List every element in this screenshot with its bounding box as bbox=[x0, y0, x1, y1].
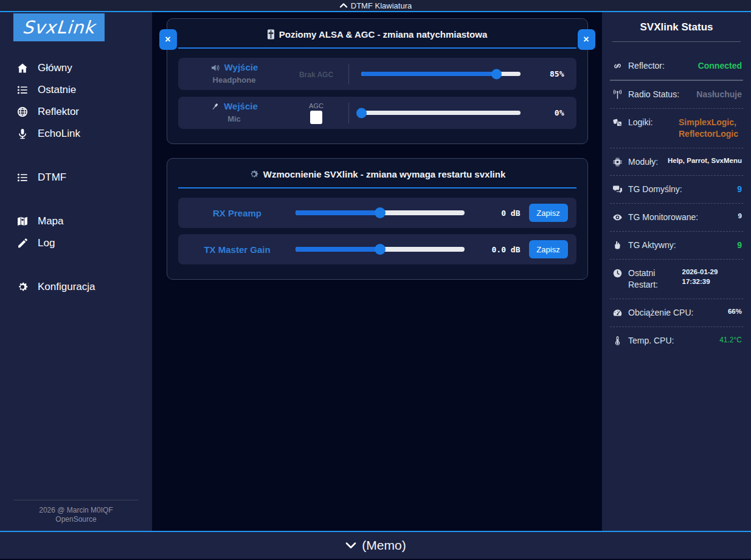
status-label: Ostatni Restart: bbox=[628, 268, 682, 291]
status-label: TG Domyślny: bbox=[628, 184, 682, 195]
sidebar-item-mapa[interactable]: Mapa bbox=[0, 210, 152, 232]
memo-drawer[interactable]: (Memo) bbox=[0, 531, 751, 559]
row-divider bbox=[348, 103, 349, 123]
sidebar-item-label: Główny bbox=[38, 62, 72, 74]
tx-master-gain-value: 0.0 dB bbox=[479, 245, 521, 254]
tx-master-gain-slider[interactable] bbox=[296, 247, 465, 252]
radio-status-value: Nasłuchuje bbox=[696, 89, 742, 100]
status-row-radio: Radio Status: Nasłuchuje bbox=[610, 81, 743, 109]
sidebar-item-label: Konfiguracja bbox=[38, 281, 95, 293]
sidebar-item-glowny[interactable]: Główny bbox=[0, 57, 152, 79]
close-button-left[interactable]: × bbox=[159, 29, 177, 50]
close-icon: × bbox=[165, 34, 170, 45]
status-row-moduly: Moduły: Help, Parrot, SvxMenu bbox=[610, 148, 743, 176]
tg-monitorowane-value: 9 bbox=[738, 212, 742, 221]
level-slider-icon bbox=[267, 29, 275, 40]
cpu-temp-value: 41.2°C bbox=[719, 335, 742, 345]
sidebar-item-konfiguracja[interactable]: Konfiguracja bbox=[0, 276, 152, 298]
output-level-row: Wyjście Headphone Brak AGC 85% bbox=[178, 58, 576, 90]
slider-thumb[interactable] bbox=[491, 69, 502, 79]
cpu-load-value: 66% bbox=[728, 307, 742, 317]
slider-thumb[interactable] bbox=[375, 207, 386, 218]
alsa-card-title-text: Poziomy ALSA & AGC - zmiana natychmiasto… bbox=[279, 29, 488, 40]
status-panel: SVXlink Status Reflector: Connected Radi… bbox=[602, 12, 751, 531]
output-label-wrap: Wyjście bbox=[210, 62, 258, 74]
input-label: Wejście bbox=[224, 101, 258, 112]
sidebar-item-label: Mapa bbox=[38, 215, 64, 227]
status-label: Logiki: bbox=[628, 117, 652, 128]
tg-aktywny-value: 9 bbox=[737, 240, 742, 251]
sidebar-item-echolink[interactable]: EchoLink bbox=[0, 123, 152, 145]
globe-icon bbox=[16, 106, 29, 118]
logo-text: SvxLink bbox=[22, 17, 96, 38]
dtmf-keyboard-drawer[interactable]: DTMF Klawiatura bbox=[0, 0, 751, 12]
input-label-wrap: Wejście bbox=[210, 101, 258, 112]
list-icon bbox=[16, 84, 29, 96]
rx-preamp-save-button[interactable]: Zapisz bbox=[529, 204, 568, 222]
sidebar-item-dtmf[interactable]: DTMF bbox=[0, 167, 152, 188]
list-icon bbox=[16, 171, 29, 184]
logiki-value: SimplexLogic, ReflectorLogic bbox=[679, 117, 742, 140]
dice-icon bbox=[612, 117, 623, 128]
tx-master-gain-row: TX Master Gain 0.0 dB Zapisz bbox=[178, 234, 576, 264]
footer-opensource: OpenSource bbox=[6, 515, 146, 524]
eye-icon bbox=[612, 212, 623, 223]
svxlink-logo[interactable]: SvxLink bbox=[13, 13, 105, 41]
tx-master-gain-label: TX Master Gain bbox=[184, 244, 291, 255]
status-label: Temp. CPU: bbox=[628, 335, 674, 347]
moduly-value: Help, Parrot, SvxMenu bbox=[668, 156, 742, 166]
status-panel-title: SVXlink Status bbox=[612, 12, 741, 42]
status-label: Obciążenie CPU: bbox=[628, 307, 693, 319]
rx-preamp-label: RX Preamp bbox=[184, 208, 291, 218]
status-row-restart: Ostatni Restart: 2026-01-29 17:32:39 bbox=[610, 260, 743, 299]
sidebar-item-ostatnie[interactable]: Ostatnie bbox=[0, 79, 152, 101]
input-volume-slider[interactable] bbox=[361, 111, 521, 115]
main-content: × × Poziomy ALSA & AGC - zmiana natychmi… bbox=[152, 12, 602, 531]
sidebar-item-reflektor[interactable]: Reflektor bbox=[0, 101, 152, 123]
input-level-row: Wejście Mic AGC 0% bbox=[178, 97, 576, 129]
svxlink-gain-card: Wzmocnienie SVXlink - zmiana wymaga rest… bbox=[167, 158, 588, 280]
microchip-icon bbox=[612, 157, 623, 167]
output-volume-slider[interactable] bbox=[361, 72, 521, 76]
slider-thumb[interactable] bbox=[356, 108, 367, 118]
left-sidebar: SvxLink Główny Ostatnie Reflektor EchoLi… bbox=[0, 12, 152, 531]
status-label: Reflector: bbox=[628, 60, 665, 72]
close-icon: × bbox=[583, 34, 589, 45]
sidebar-item-label: Log bbox=[38, 237, 55, 249]
status-row-cpu-load: Obciążenie CPU: 66% bbox=[610, 299, 743, 327]
sidebar-item-log[interactable]: Log bbox=[0, 232, 152, 254]
microphone-icon bbox=[16, 128, 29, 140]
tx-master-gain-save-button[interactable]: Zapisz bbox=[529, 240, 568, 258]
status-label: TG Monitorowane: bbox=[628, 212, 698, 223]
rx-preamp-value: 0 dB bbox=[479, 209, 521, 218]
rx-preamp-row: RX Preamp 0 dB Zapisz bbox=[178, 198, 576, 228]
gear-icon bbox=[249, 169, 259, 179]
output-device-name: Headphone bbox=[184, 75, 285, 85]
footer-divider bbox=[13, 500, 139, 500]
rx-preamp-slider[interactable] bbox=[296, 210, 465, 215]
alsa-agc-card: × × Poziomy ALSA & AGC - zmiana natychmi… bbox=[167, 18, 588, 144]
slider-thumb[interactable] bbox=[375, 244, 386, 255]
agc-label: AGC bbox=[285, 102, 348, 109]
chevron-up-icon bbox=[339, 2, 348, 9]
sidebar-item-label: DTMF bbox=[38, 171, 66, 184]
status-row-tg-domyslny: TG Domyślny: 9 bbox=[610, 176, 743, 204]
agc-checkbox[interactable] bbox=[310, 111, 322, 124]
sidebar-item-label: Reflektor bbox=[38, 106, 79, 118]
sidebar-item-label: EchoLink bbox=[38, 128, 80, 140]
comments-icon bbox=[612, 184, 623, 195]
dtmf-keyboard-label: DTMF Klawiatura bbox=[351, 1, 412, 10]
pencil-icon bbox=[16, 237, 29, 249]
clock-icon bbox=[612, 268, 623, 278]
close-button-right[interactable]: × bbox=[578, 29, 595, 50]
alsa-card-title: Poziomy ALSA & AGC - zmiana natychmiasto… bbox=[178, 29, 576, 49]
hand-icon bbox=[612, 240, 623, 251]
status-row-tg-aktywny: TG Aktywny: 9 bbox=[610, 232, 743, 260]
sidebar-footer: 2026 @ Marcin M0IQF OpenSource bbox=[0, 494, 152, 531]
status-row-reflector: Reflector: Connected bbox=[610, 52, 743, 81]
sidebar-item-label: Ostatnie bbox=[38, 84, 76, 96]
output-label: Wyjście bbox=[224, 62, 258, 74]
input-volume-value: 0% bbox=[533, 108, 564, 117]
no-agc-label: Brak AGC bbox=[299, 71, 333, 79]
status-row-cpu-temp: Temp. CPU: 41.2°C bbox=[610, 327, 743, 354]
